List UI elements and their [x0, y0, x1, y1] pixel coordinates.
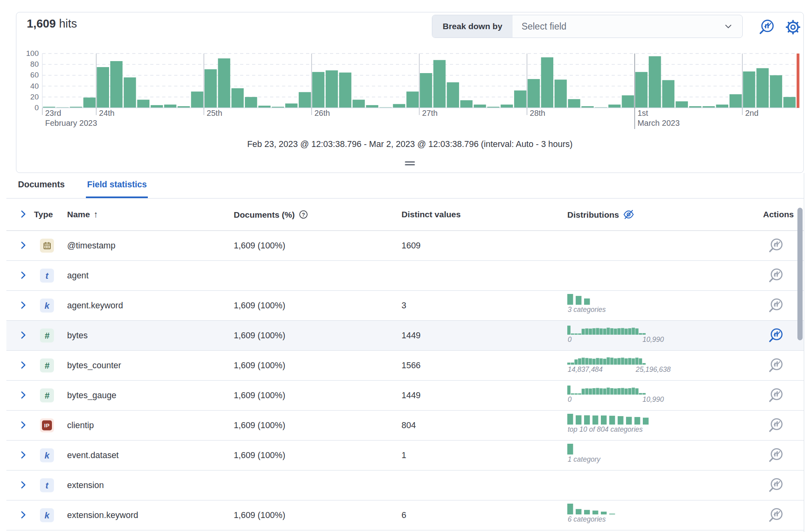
explore-field-stats-button[interactable]: [768, 387, 784, 403]
distribution-min-label: 0: [568, 335, 572, 344]
distinct-values: 6: [402, 510, 406, 520]
distinct-values: 3: [402, 301, 406, 311]
documents-percent: 1,609 (100%): [234, 510, 285, 520]
svg-text:60: 60: [30, 71, 39, 79]
table-row: # bytes 1,609 (100%) 1449 0 10,990: [6, 321, 804, 351]
field-stats-icon: [768, 357, 784, 373]
explore-field-stats-button[interactable]: [768, 477, 784, 493]
scrollbar-thumb[interactable]: [797, 208, 803, 340]
svg-text:80: 80: [30, 60, 39, 68]
chart-options-button[interactable]: [758, 19, 775, 36]
table-row: IP clientip 1,609 (100%) 804 top 10 of 8…: [6, 411, 804, 441]
distribution-min-label: 14,837,484: [568, 365, 603, 374]
distribution-label: top 10 of 804 categories: [568, 425, 643, 434]
field-stats-icon: [768, 507, 784, 523]
distribution-max-label: 25,196,638: [636, 365, 671, 374]
expand-row-button[interactable]: [17, 300, 29, 312]
expand-row-button[interactable]: [17, 270, 29, 282]
chevron-right-icon: [18, 510, 28, 520]
expand-row-button[interactable]: [17, 509, 29, 521]
distinct-values: 804: [402, 421, 416, 431]
help-icon[interactable]: [298, 210, 308, 220]
svg-text:24th: 24th: [99, 109, 115, 117]
expand-row-button[interactable]: [17, 449, 29, 461]
explore-field-stats-button[interactable]: [768, 268, 784, 284]
field-type-badge-number: #: [40, 329, 54, 343]
distribution-label: 3 categories: [568, 306, 606, 314]
tab-documents[interactable]: Documents: [17, 173, 66, 198]
svg-text:100: 100: [26, 50, 39, 58]
field-stats-icon: [768, 477, 784, 493]
chevron-right-icon: [18, 330, 28, 340]
field-stats-icon: [768, 298, 784, 314]
documents-percent: 1,609 (100%): [234, 421, 285, 431]
column-distinct-values: Distinct values: [402, 210, 461, 219]
svg-text:40: 40: [30, 82, 39, 90]
distribution-label: 6 categories: [568, 515, 606, 524]
chevron-right-icon: [18, 450, 28, 460]
field-type-badge-date: [40, 239, 54, 253]
column-actions: Actions: [763, 210, 794, 219]
field-stats-icon: [768, 268, 784, 284]
distinct-values: 1449: [402, 331, 421, 341]
table-header: Type Name ↑ Documents (%) Distinct value…: [6, 199, 804, 231]
chevron-down-icon: [723, 21, 733, 32]
chevron-right-icon: [18, 240, 28, 250]
field-type-badge-keyword: k: [40, 299, 54, 313]
distribution-cell: top 10 of 804 categories: [567, 413, 687, 434]
breakdown-control: Break down by Select field: [432, 15, 743, 38]
expand-row-button[interactable]: [17, 330, 29, 341]
svg-text:March 2023: March 2023: [638, 119, 680, 127]
expand-row-button[interactable]: [17, 359, 29, 371]
explore-field-stats-button[interactable]: [768, 238, 784, 254]
expand-row-button[interactable]: [17, 389, 29, 401]
column-documents: Documents (%): [234, 210, 308, 220]
distribution-cell: 0 10,990: [567, 383, 687, 404]
expand-all-button[interactable]: [17, 208, 29, 220]
explore-field-stats-button[interactable]: [768, 298, 784, 314]
hits-label: hits: [59, 17, 77, 30]
hide-distributions-icon[interactable]: [623, 209, 634, 220]
expand-row-button[interactable]: [17, 240, 29, 252]
distribution-mini-chart: [567, 385, 653, 395]
documents-percent: 1,609 (100%): [234, 451, 285, 461]
explore-field-stats-button[interactable]: [768, 357, 784, 373]
chevron-right-icon: [18, 480, 28, 490]
hits-histogram-chart[interactable]: 02040608010023rdFebruary 202324th25th26t…: [24, 50, 803, 134]
distribution-min-label: 0: [568, 395, 572, 404]
column-name[interactable]: Name ↑: [67, 209, 98, 220]
settings-button[interactable]: [785, 19, 801, 36]
table-row: k event.dataset 1,609 (100%) 1 1 categor…: [6, 441, 804, 470]
documents-percent: 1,609 (100%): [234, 331, 285, 341]
documents-percent: 1,609 (100%): [234, 241, 285, 251]
field-name: event.dataset: [67, 451, 119, 461]
field-name: agent.keyword: [67, 301, 123, 311]
distribution-mini-chart: [567, 355, 653, 365]
explore-field-stats-button[interactable]: [768, 447, 784, 463]
tab-bar: Documents Field statistics: [6, 173, 804, 199]
field-statistics-table: @timestamp 1,609 (100%) 1609 t agent k a…: [6, 231, 804, 530]
distribution-mini-chart: [567, 414, 651, 425]
svg-text:25th: 25th: [207, 109, 222, 117]
chevron-right-icon: [18, 360, 28, 370]
hits-count: 1,609: [27, 17, 56, 30]
explore-field-stats-button[interactable]: [768, 507, 784, 523]
field-type-badge-text: t: [40, 478, 54, 492]
chevron-right-icon: [18, 420, 28, 430]
distinct-values: 1: [402, 451, 406, 461]
chart-time-range: Feb 23, 2023 @ 12:03:38.796 - Mar 2, 202…: [16, 139, 803, 149]
explore-field-stats-button[interactable]: [768, 328, 784, 343]
expand-row-button[interactable]: [17, 419, 29, 431]
distribution-cell: 14,837,484 25,196,638: [567, 353, 687, 374]
svg-text:23rd: 23rd: [45, 109, 61, 117]
field-stats-icon: [768, 447, 784, 463]
tab-field-statistics[interactable]: Field statistics: [86, 173, 148, 198]
resize-handle[interactable]: [404, 158, 417, 169]
svg-text:26th: 26th: [314, 109, 330, 117]
field-type-badge-keyword: k: [40, 508, 54, 522]
svg-text:20: 20: [30, 93, 39, 101]
expand-row-button[interactable]: [17, 479, 29, 491]
explore-field-stats-button[interactable]: [768, 417, 784, 433]
breakdown-select[interactable]: Select field: [513, 15, 742, 38]
field-name: bytes_gauge: [67, 391, 116, 401]
